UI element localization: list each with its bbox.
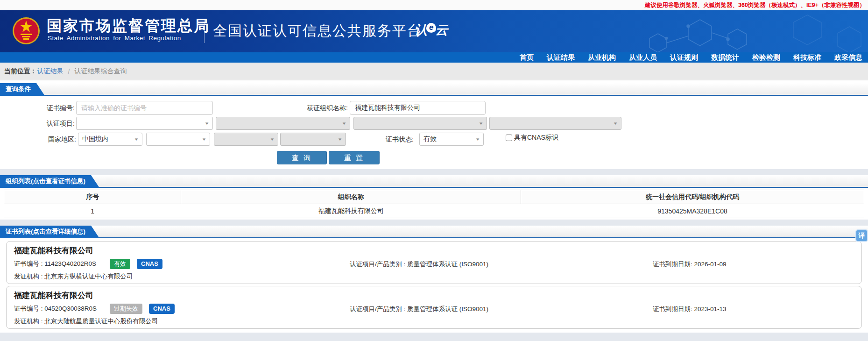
nav-item-tech-standards[interactable]: 科技标准 — [793, 53, 821, 62]
org-row-index[interactable]: 1 — [4, 204, 181, 218]
project-select-level4: ▼ — [489, 117, 621, 130]
platform-title: 全国认证认可信息公共服务平台 — [213, 21, 422, 41]
nav-item-personnel[interactable]: 从业人员 — [629, 53, 657, 62]
page: 建议使用谷歌浏览器、火狐浏览器、360浏览器（极速模式）、IE9+（非兼容性视图… — [0, 0, 868, 341]
nav-item-home[interactable]: 首页 — [520, 53, 534, 62]
logo-ren: 认 — [415, 23, 427, 37]
nav-item-cert-results[interactable]: 认证结果 — [547, 53, 575, 62]
cert-status-select-value: 有效 — [423, 135, 437, 143]
dropdown-arrow-icon: ▼ — [134, 137, 139, 142]
agency-title-cn: 国家市场监督管理总局 — [47, 16, 210, 36]
region-select-level2[interactable]: ▼ — [146, 133, 210, 146]
search-button[interactable]: 查 询 — [277, 151, 327, 164]
dropdown-arrow-icon: ▼ — [341, 121, 346, 126]
cert-project-label: 认证项目: — [28, 117, 75, 130]
breadcrumb-link-cert-results[interactable]: 认证结果 — [37, 67, 64, 76]
org-table-header-row: 序号 组织名称 统一社会信用代码/组织机构代码 — [4, 190, 864, 204]
region-select-level4: ▼ — [280, 133, 346, 146]
query-tab-strip: 查询条件 — [0, 83, 868, 96]
nav-item-institutions[interactable]: 从业机构 — [588, 53, 616, 62]
org-table-header-name: 组织名称 — [181, 190, 521, 204]
cert-list-tab-strip: 证书列表(点击查看详细信息) — [0, 226, 868, 238]
breadcrumb: 当前位置 : 认证结果 / 认证结果综合查询 — [0, 63, 868, 80]
cert-status-label: 证书状态: — [367, 133, 414, 146]
status-badge-valid: 有效 — [110, 259, 130, 269]
org-table-header-index: 序号 — [4, 190, 181, 204]
ren-e-yun-logo: 认e云 — [415, 21, 448, 38]
breadcrumb-separator: / — [68, 68, 70, 75]
dropdown-arrow-icon: ▼ — [269, 137, 275, 142]
nav-item-procurement[interactable]: 政采信息 — [834, 53, 862, 62]
cert-project-text: 认证项目/产品类别 : 质量管理体系认证 (ISO9001) — [350, 260, 488, 269]
dropdown-arrow-icon: ▼ — [337, 137, 342, 142]
browser-notice-bar: 建议使用谷歌浏览器、火狐浏览器、360浏览器（极速模式）、IE9+（非兼容性视图… — [0, 0, 868, 10]
cert-status-select[interactable]: 有效▼ — [419, 133, 484, 146]
cert-card-meta-row: 证书编号 : 11423Q40202R0S 有效 CNAS — [14, 259, 169, 269]
nav-item-inspection[interactable]: 检验检测 — [752, 53, 780, 62]
org-list-tab-strip: 组织列表(点击查看证书信息) — [0, 175, 868, 188]
national-emblem — [12, 17, 40, 45]
project-select-level3: ▼ — [353, 117, 487, 130]
cert-card-org-name: 福建瓦能科技有限公司 — [14, 290, 93, 301]
translate-button[interactable]: 译 — [855, 229, 868, 242]
region-select-level3: ▼ — [214, 133, 278, 146]
cert-project-text: 认证项目/产品类别 : 质量管理体系认证 (ISO9001) — [350, 305, 488, 313]
cert-expiry-text: 证书到期日期: 2023-01-13 — [653, 305, 727, 313]
region-select-value: 中国境内 — [82, 135, 108, 143]
cert-no-text: 证书编号 : 04520Q30038R0S — [14, 305, 110, 313]
org-table-header-code: 统一社会信用代码/组织机构代码 — [521, 190, 864, 204]
cnas-checkbox-group: 具有CNAS标识 — [506, 134, 558, 142]
reset-button[interactable]: 重 置 — [329, 151, 380, 164]
project-select-level1[interactable]: ▼ — [76, 117, 213, 130]
dropdown-arrow-icon: ▼ — [613, 121, 618, 126]
dropdown-arrow-icon: ▼ — [475, 137, 480, 142]
org-list-section-tab: 组织列表(点击查看证书信息) — [0, 175, 99, 188]
cert-issuer-text: 发证机构 : 北京大陆航星质量认证中心股份有限公司 — [14, 317, 158, 326]
cert-issuer-text: 发证机构 : 北京东方纵横认证中心有限公司 — [14, 272, 133, 281]
org-table: 序号 组织名称 统一社会信用代码/组织机构代码 1 福建瓦能科技有限公司 913… — [4, 190, 864, 218]
org-row-code[interactable]: 91350425MA328E1C08 — [521, 204, 864, 218]
agency-title-en: State Administration for Market Regulati… — [48, 35, 181, 42]
region-label: 国家地区: — [29, 133, 76, 146]
cnas-checkbox-label: 具有CNAS标识 — [514, 134, 558, 142]
org-list-section: 组织列表(点击查看证书信息) 序号 组织名称 统一社会信用代码/组织机构代码 1… — [0, 175, 868, 220]
logo-e-cloud-icon: e — [426, 23, 436, 33]
site-header: 国家市场监督管理总局 State Administration for Mark… — [0, 10, 868, 52]
cnas-badge: CNAS — [149, 304, 175, 314]
project-select-level2: ▼ — [216, 117, 350, 130]
header-divider — [204, 20, 205, 43]
org-row-name[interactable]: 福建瓦能科技有限公司 — [181, 204, 521, 218]
dropdown-arrow-icon: ▼ — [478, 121, 483, 126]
nav-item-statistics[interactable]: 数据统计 — [711, 53, 739, 62]
logo-yun: 云 — [435, 23, 448, 37]
dropdown-arrow-icon: ▼ — [204, 121, 209, 126]
cnas-badge: CNAS — [137, 259, 162, 269]
query-section: 查询条件 证书编号: 获证组织名称: 认证项目: ▼ ▼ ▼ ▼ 国家地区: 中… — [0, 80, 868, 169]
breadcrumb-current-page: 认证结果综合查询 — [74, 67, 127, 76]
org-table-row[interactable]: 1 福建瓦能科技有限公司 91350425MA328E1C08 — [4, 204, 864, 218]
cert-no-text: 证书编号 : 11423Q40202R0S — [14, 260, 110, 268]
cnas-checkbox[interactable] — [506, 135, 512, 141]
cert-card[interactable]: 福建瓦能科技有限公司 证书编号 : 04520Q30038R0S 过期失效 CN… — [6, 286, 862, 329]
cert-card[interactable]: 福建瓦能科技有限公司 证书编号 : 11423Q40202R0S 有效 CNAS… — [6, 241, 862, 284]
nav-item-cert-rules[interactable]: 认证规则 — [670, 53, 698, 62]
cert-list-section: 证书列表(点击查看详细信息) 福建瓦能科技有限公司 证书编号 : 11423Q4… — [0, 226, 868, 333]
cert-list-section-tab: 证书列表(点击查看详细信息) — [0, 226, 99, 238]
region-select[interactable]: 中国境内▼ — [78, 133, 142, 146]
cert-card-meta-row: 证书编号 : 04520Q30038R0S 过期失效 CNAS — [14, 304, 181, 314]
cert-no-label: 证书编号: — [28, 101, 75, 115]
cert-no-input[interactable] — [76, 101, 213, 115]
org-name-input[interactable] — [350, 101, 486, 115]
breadcrumb-prefix: 当前位置 : — [4, 67, 35, 76]
query-section-tab: 查询条件 — [0, 83, 45, 96]
cert-expiry-text: 证书到期日期: 2026-01-09 — [653, 260, 727, 269]
dropdown-arrow-icon: ▼ — [201, 137, 206, 142]
org-name-label: 获证组织名称: — [287, 101, 348, 115]
hex-pattern-decoration — [410, 10, 868, 52]
cert-card-org-name: 福建瓦能科技有限公司 — [14, 245, 93, 256]
main-nav: 首页 认证结果 从业机构 从业人员 认证规则 数据统计 检验检测 科技标准 政采… — [0, 52, 868, 63]
status-badge-expired: 过期失效 — [110, 304, 142, 314]
browser-notice-text: 建议使用谷歌浏览器、火狐浏览器、360浏览器（极速模式）、IE9+（非兼容性视图… — [645, 1, 865, 9]
